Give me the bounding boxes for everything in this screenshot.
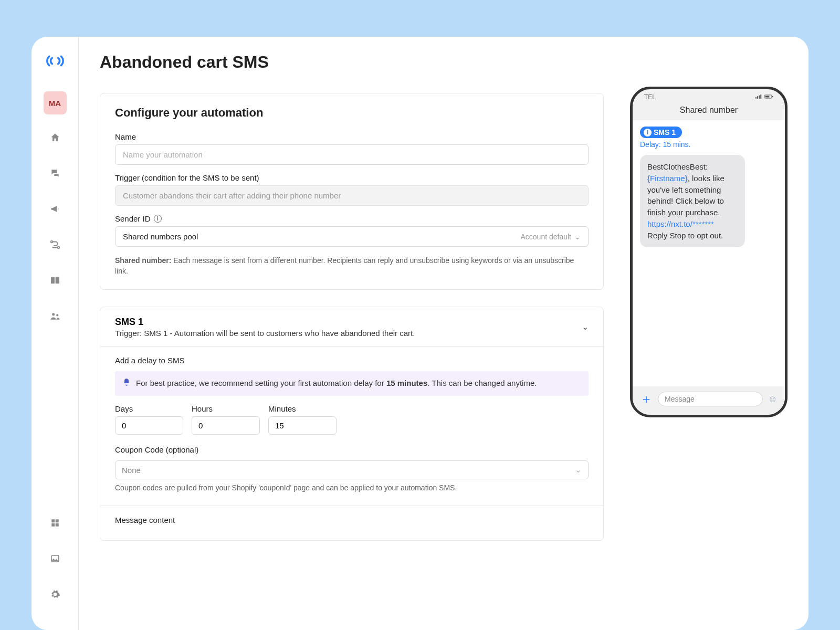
phone-header: Shared number (633, 103, 785, 120)
home-icon (50, 132, 60, 145)
hours-input[interactable] (192, 416, 260, 435)
svg-rect-9 (755, 97, 757, 99)
config-card-title: Configure your automation (115, 106, 589, 120)
sidebar: MA (32, 37, 79, 630)
hours-label: Hours (192, 404, 260, 413)
nav-item-chat[interactable] (44, 163, 67, 186)
sms1-subtitle: Trigger: SMS 1 - Automation will be sent… (115, 329, 415, 338)
svg-rect-15 (772, 96, 773, 97)
plus-icon[interactable]: ＋ (640, 391, 653, 407)
sender-label: Sender ID i (115, 214, 589, 223)
merge-tag-firstname: {Firstname} (647, 174, 688, 183)
sender-helper: Shared number: Each message is sent from… (115, 255, 589, 277)
phone-frame: TEL Shared number i SMS 1 Delay: 15 mins… (630, 87, 788, 417)
nav-item-media[interactable] (44, 548, 67, 571)
nav-item-apps[interactable] (44, 512, 67, 536)
svg-rect-4 (51, 519, 55, 522)
app-window: MA Abandoned cart S (32, 37, 808, 630)
chevron-down-icon: ⌄ (582, 322, 589, 332)
svg-rect-11 (759, 96, 760, 99)
config-card: Configure your automation Name Trigger (… (100, 93, 604, 290)
nav-item-campaigns[interactable] (44, 198, 67, 222)
delay-info-banner: For best practice, we recommend setting … (115, 371, 589, 396)
sender-select-value: Shared numbers pool (123, 232, 198, 241)
content-area: Abandoned cart SMS Configure your automa… (79, 37, 808, 630)
sms1-header[interactable]: SMS 1 Trigger: SMS 1 - Automation will b… (100, 307, 603, 346)
page-title: Abandoned cart SMS (100, 52, 604, 72)
coupon-select-value: None (122, 466, 141, 475)
phone-preview: TEL Shared number i SMS 1 Delay: 15 mins… (630, 87, 788, 630)
megaphone-icon (50, 204, 60, 216)
svg-rect-7 (55, 523, 58, 527)
sms-preview-badge: i SMS 1 (640, 127, 682, 138)
sms1-card: SMS 1 Trigger: SMS 1 - Automation will b… (100, 307, 604, 541)
phone-message-input[interactable]: Message (658, 392, 763, 406)
carrier-label: TEL (644, 93, 656, 101)
chevron-down-icon: ⌄ (575, 465, 582, 475)
divider (100, 506, 603, 506)
flow-icon (49, 239, 61, 253)
sender-select-suffix: Account default ⌄ (520, 233, 581, 241)
phone-status-bar: TEL (633, 89, 785, 103)
preview-delay-text: Delay: 15 mins. (640, 140, 778, 149)
delay-section-label: Add a delay to SMS (115, 356, 589, 365)
nav-item-settings[interactable] (44, 584, 67, 607)
svg-rect-12 (760, 94, 761, 99)
info-circle-icon: i (644, 129, 652, 136)
coupon-helper: Coupon codes are pulled from your Shopif… (115, 482, 589, 493)
days-label: Days (115, 404, 183, 413)
nav-item-flows[interactable] (44, 234, 67, 257)
grid-icon (50, 518, 60, 530)
chat-icon (50, 168, 60, 181)
svg-rect-6 (51, 523, 55, 527)
sender-label-text: Sender ID (115, 214, 151, 223)
nav-item-home[interactable] (44, 127, 67, 150)
info-icon[interactable]: i (154, 215, 162, 223)
phone-body: i SMS 1 Delay: 15 mins. BestClothesBest:… (633, 120, 785, 386)
nav-item-contacts[interactable] (44, 306, 67, 329)
minutes-input[interactable] (268, 416, 337, 435)
days-input[interactable] (115, 416, 183, 435)
book-icon (50, 275, 60, 288)
sms1-title: SMS 1 (115, 317, 415, 328)
svg-rect-14 (765, 96, 770, 97)
emoji-icon[interactable]: ☺ (768, 394, 778, 405)
nav-item-ma[interactable]: MA (44, 91, 67, 114)
coupon-label: Coupon Code (optional) (115, 445, 589, 454)
delay-inputs-row: Days Hours Minutes (115, 404, 589, 435)
sender-select[interactable]: Shared numbers pool Account default ⌄ (115, 226, 589, 247)
logo-icon (46, 51, 65, 70)
phone-input-row: ＋ Message ☺ (633, 386, 785, 415)
preview-link: https://nxt.to/******* (647, 219, 714, 228)
svg-point-3 (56, 314, 58, 316)
svg-point-0 (50, 241, 52, 243)
trigger-input (115, 185, 589, 206)
gear-icon (50, 589, 60, 602)
nav-item-library[interactable] (44, 270, 67, 293)
trigger-label: Trigger (condition for the SMS to be sen… (115, 173, 589, 182)
coupon-select[interactable]: None ⌄ (115, 460, 589, 479)
image-icon (50, 554, 60, 565)
name-input[interactable] (115, 144, 589, 165)
users-icon (50, 311, 60, 323)
svg-rect-10 (757, 96, 758, 99)
svg-rect-5 (55, 519, 58, 522)
signal-battery-icon (755, 93, 773, 101)
main-column: Abandoned cart SMS Configure your automa… (100, 52, 604, 630)
svg-point-2 (52, 313, 55, 316)
name-label: Name (115, 132, 589, 141)
minutes-label: Minutes (268, 404, 337, 413)
message-content-label: Message content (115, 516, 589, 524)
chevron-down-icon: ⌄ (574, 233, 581, 241)
bell-icon (122, 378, 131, 390)
sms-bubble: BestClothesBest: {Firstname}, looks like… (640, 155, 745, 247)
